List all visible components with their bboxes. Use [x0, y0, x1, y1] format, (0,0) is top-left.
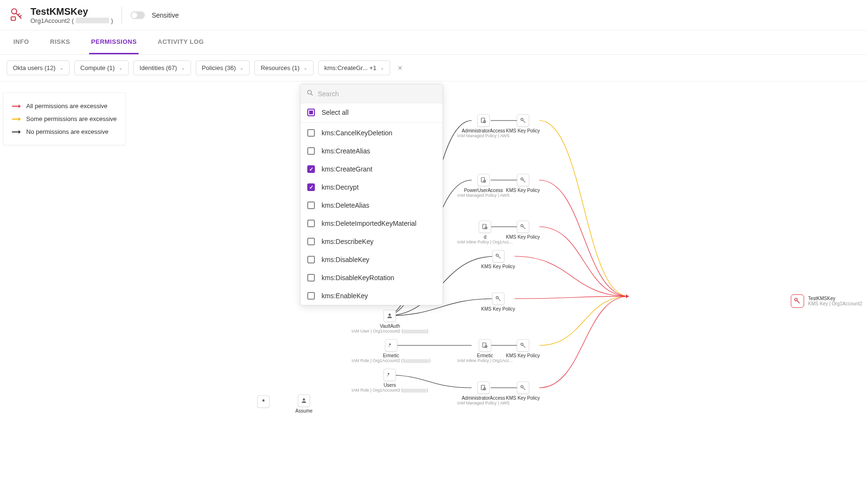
sensitive-toggle[interactable]	[131, 11, 145, 19]
tabs-bar: INFORISKSPERMISSIONSACTIVITY LOG	[0, 30, 867, 55]
redacted-account-id	[76, 18, 109, 23]
tab-permissions[interactable]: PERMISSIONS	[89, 30, 139, 54]
svg-rect-1	[11, 17, 15, 20]
page-title: TestKMSKey	[30, 6, 113, 17]
filter-chip[interactable]: Compute (1)⌄	[74, 60, 129, 75]
chevron-down-icon: ⌄	[380, 65, 384, 71]
clear-filters-button[interactable]: ×	[395, 62, 405, 74]
chevron-down-icon: ⌄	[240, 65, 243, 71]
filter-chip[interactable]: Okta users (12)⌄	[7, 60, 70, 75]
filters-row: Okta users (12)⌄Compute (1)⌄Identities (…	[0, 55, 867, 81]
chevron-down-icon: ⌄	[303, 65, 307, 71]
filter-chip[interactable]: Resources (1)⌄	[254, 60, 313, 75]
kms-key-icon	[9, 6, 26, 24]
sensitive-label: Sensitive	[151, 11, 179, 19]
chevron-down-icon: ⌄	[60, 65, 63, 71]
chevron-down-icon: ⌄	[119, 65, 122, 71]
filter-chip[interactable]: Identities (67)⌄	[133, 60, 191, 75]
header-separator	[121, 7, 122, 24]
tab-risks[interactable]: RISKS	[48, 30, 72, 54]
tab-info[interactable]: INFO	[11, 30, 31, 54]
page-header: TestKMSKey Org1Account2 ( ) Sensitive	[0, 0, 867, 30]
chevron-down-icon: ⌄	[181, 65, 185, 71]
tab-activity-log[interactable]: ACTIVITY LOG	[156, 30, 206, 54]
filter-chip[interactable]: Policies (36)⌄	[196, 60, 250, 75]
page-subtitle: Org1Account2 ( )	[30, 17, 113, 24]
filter-chip[interactable]: kms:CreateGr... +1⌄	[318, 60, 390, 75]
